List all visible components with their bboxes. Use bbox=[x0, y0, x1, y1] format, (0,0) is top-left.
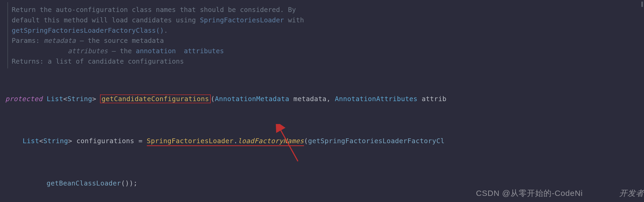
param-attributes: attrib bbox=[422, 95, 446, 103]
type-annotationattributes: AnnotationAttributes bbox=[335, 95, 422, 103]
doc-param-attributes: attributes bbox=[68, 47, 108, 55]
code-line-2[interactable]: List<String> configurations = SpringFact… bbox=[3, 136, 644, 146]
doc-returns-desc: a list of candidate configurations bbox=[48, 57, 184, 65]
class-springfactoriesloader: SpringFactoriesLoader bbox=[147, 137, 234, 145]
doc-returns-line: Returns: a list of candidate configurati… bbox=[12, 56, 644, 67]
punct: ( bbox=[211, 95, 215, 103]
punct: < bbox=[39, 137, 43, 145]
code-line-1[interactable]: protected List<String> getCandidateConfi… bbox=[3, 94, 644, 104]
doc-desc-line-1: Return the auto-configuration class name… bbox=[12, 5, 644, 15]
watermark-csdn: CSDN @从零开始的-CodeNi bbox=[476, 187, 583, 199]
doc-param-desc: – the bbox=[108, 47, 136, 55]
doc-link-springfactoriesloader[interactable]: SpringFactoriesLoader bbox=[200, 16, 284, 24]
doc-link-getfactoryclass[interactable]: getSpringFactoriesLoaderFactoryClass() bbox=[12, 27, 164, 34]
punct: , bbox=[327, 95, 335, 103]
punct: < bbox=[63, 95, 68, 103]
doc-params-line-2: attributes – the annotation attributes bbox=[12, 46, 644, 56]
var-configurations: configurations bbox=[76, 137, 134, 145]
highlight-box-method-name: getCandidateConfigurations bbox=[100, 94, 211, 103]
doc-returns-label: Returns: bbox=[12, 57, 48, 65]
doc-text: default this method will load candidates… bbox=[12, 16, 200, 24]
doc-params-label: Params: bbox=[12, 37, 44, 44]
margin-indicator bbox=[641, 2, 643, 7]
doc-text: with bbox=[284, 16, 304, 24]
doc-params-line-1: Params: metadata – the source metadata bbox=[12, 36, 644, 46]
param-metadata: metadata bbox=[293, 95, 326, 103]
call-getbeanclassloader: getBeanClassLoader bbox=[47, 179, 121, 187]
punct: ()); bbox=[121, 179, 138, 187]
javadoc-block: Return the auto-configuration class name… bbox=[7, 2, 644, 68]
type-string: String bbox=[43, 137, 68, 145]
doc-link-annotation-attributes[interactable]: annotation attributes bbox=[136, 47, 224, 55]
punct: ( bbox=[304, 137, 308, 145]
type-annotationmetadata: AnnotationMetadata bbox=[215, 95, 293, 103]
doc-param-metadata: metadata bbox=[44, 37, 76, 44]
call-getspringfactoriesloaderfactoryclass: getSpringFactoriesLoaderFactoryCl bbox=[308, 137, 444, 145]
code-body[interactable]: protected List<String> getCandidateConfi… bbox=[3, 68, 644, 202]
type-list: List bbox=[47, 95, 63, 103]
type-list: List bbox=[23, 137, 39, 145]
type-string: String bbox=[67, 95, 92, 103]
punct: > bbox=[68, 137, 76, 145]
highlight-underline-call: SpringFactoriesLoader.loadFactoryNames bbox=[147, 137, 304, 146]
watermark-devze: 开发者 bbox=[619, 187, 644, 199]
doc-desc-line-2: default this method will load candidates… bbox=[12, 15, 644, 26]
doc-desc-line-3: getSpringFactoriesLoaderFactoryClass(). bbox=[12, 26, 644, 36]
punct: . bbox=[234, 137, 238, 145]
punct: > bbox=[92, 95, 101, 103]
doc-text: . bbox=[164, 27, 168, 34]
doc-param-desc: – the source metadata bbox=[76, 37, 164, 44]
code-editor[interactable]: Return the auto-configuration class name… bbox=[0, 0, 644, 202]
call-loadfactorynames: loadFactoryNames bbox=[238, 137, 304, 145]
indent bbox=[12, 47, 68, 55]
method-decl-getcandidateconfigurations: getCandidateConfigurations bbox=[102, 95, 209, 103]
punct: = bbox=[134, 137, 147, 145]
kw-protected: protected bbox=[5, 95, 47, 103]
